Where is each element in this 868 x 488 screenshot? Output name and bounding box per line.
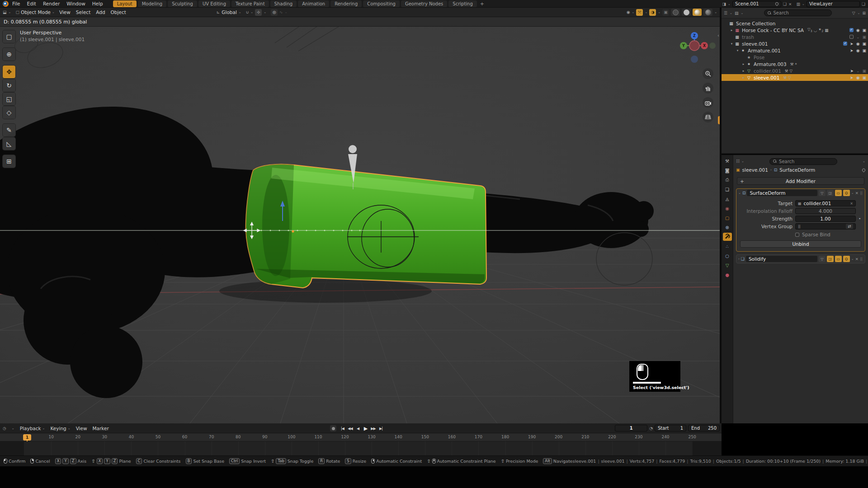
chevron-down-icon[interactable]: ⌄ (802, 2, 805, 6)
on-cage-toggle-icon[interactable]: ▽ (819, 190, 826, 196)
properties-tab-object-data[interactable]: ▽ (723, 261, 732, 269)
invert-vertex-group-icon[interactable]: ⇄ (846, 224, 853, 229)
outliner-editor-icon[interactable]: ☰ (724, 11, 727, 15)
chevron-down-icon[interactable]: ⌄ (741, 160, 744, 163)
timeline-menu-view[interactable]: View (76, 426, 87, 431)
annotate-tool[interactable]: ✎ (3, 124, 15, 136)
eye-closed-icon[interactable]: ⌄ (856, 35, 860, 39)
chevron-down-icon[interactable]: ⌄ (12, 427, 14, 430)
timeline-menu-playback[interactable]: Playback⌄ (20, 426, 45, 431)
workspace-tab-uv-editing[interactable]: UV Editing (198, 0, 230, 7)
add-workspace-button[interactable]: + (480, 1, 484, 7)
shading-wireframe-icon[interactable] (671, 9, 680, 16)
close-icon[interactable]: × (788, 2, 792, 6)
outliner-row-collider-001[interactable]: ▸▽collider.001⚒▽➤⌄▣ (722, 67, 868, 74)
new-collection-icon[interactable]: ⊞ (862, 11, 866, 15)
selectable-icon[interactable]: ➤ (850, 75, 854, 80)
menu-edit[interactable]: Edit (27, 1, 36, 6)
chevron-down-icon[interactable]: ⌄ (632, 10, 635, 14)
unbind-button[interactable]: Unbind (740, 240, 861, 248)
viewport-menu-view[interactable]: View (59, 9, 71, 15)
shading-solid-icon[interactable] (682, 9, 691, 16)
drag-handle-icon[interactable]: ⣿ (860, 191, 863, 195)
properties-tab-view-layer[interactable]: ❏ (723, 185, 732, 193)
menu-window[interactable]: Window (66, 1, 85, 6)
outliner-row-sleeve-001[interactable]: ▸▽sleeve.001⚒▽➤◉▣ (722, 74, 868, 81)
edit-mode-toggle-icon[interactable]: ◲ (827, 256, 834, 262)
selectable-icon[interactable]: ➤ (850, 48, 854, 53)
eye-icon[interactable]: ◉ (856, 48, 860, 53)
jump-to-end-icon[interactable]: ▶| (377, 425, 384, 432)
add-modifier-button[interactable]: + Add Modifier (737, 177, 864, 185)
expand-icon[interactable]: ⌄ (738, 191, 741, 195)
properties-tab-particles[interactable]: ∴ (723, 242, 732, 250)
timeline-menu-marker[interactable]: Marker (93, 426, 109, 431)
falloff-curve-icon[interactable]: ∿ (279, 10, 283, 14)
outliner-row-trash[interactable]: ▦trash⌄▣ (722, 33, 868, 40)
expander-closed-icon[interactable]: ▸ (741, 62, 746, 66)
timeline-editor-icon[interactable]: ◷ (3, 426, 6, 431)
properties-tab-scene[interactable]: ◬ (723, 195, 732, 203)
outliner-row-scene-collection[interactable]: ▦Scene Collection (722, 20, 868, 27)
properties-tab-object[interactable]: ▢ (723, 214, 732, 222)
chevron-down-icon[interactable]: ⌄ (730, 11, 732, 15)
navigation-gizmo[interactable]: Z Y X (678, 31, 716, 65)
render-toggle-icon[interactable]: ⏣ (843, 256, 850, 262)
properties-tab-tool[interactable]: ⚒ (723, 157, 732, 165)
expander-open-icon[interactable]: ▾ (729, 42, 734, 46)
properties-tab-material[interactable]: ● (723, 271, 732, 279)
selectable-icon[interactable]: ➤ (850, 69, 854, 73)
properties-tab-world[interactable]: ◉ (723, 204, 732, 212)
sidebar-expand-icon[interactable]: ‹ (717, 33, 719, 38)
camera-icon[interactable]: ▣ (862, 42, 866, 46)
outliner-row-armature-003[interactable]: ▸✶Armature.003⚒⌖ (722, 61, 868, 67)
workspace-tab-shading[interactable]: Shading (270, 0, 297, 7)
chevron-down-icon[interactable]: ⌄ (264, 10, 266, 14)
workspace-tab-rendering[interactable]: Rendering (330, 0, 362, 7)
timeline-track[interactable] (0, 441, 722, 455)
edit-mode-toggle-icon[interactable]: ◲ (827, 190, 834, 196)
expand-icon[interactable]: › (738, 257, 740, 261)
chevron-down-icon[interactable]: ⌄ (658, 10, 660, 14)
checkbox-icon[interactable]: ✓ (843, 42, 847, 46)
prev-keyframe-icon[interactable]: ◀◀ (347, 425, 354, 432)
modifier-name-field[interactable]: Solidify (746, 256, 817, 262)
chevron-down-icon[interactable]: ⌄ (728, 2, 731, 6)
eye-closed-icon[interactable]: ⌄ (856, 69, 860, 73)
workspace-tab-compositing[interactable]: Compositing (363, 0, 400, 7)
shading-material-icon[interactable] (693, 9, 702, 16)
breadcrumb-object[interactable]: sleeve.001 (742, 167, 768, 173)
camera-icon[interactable]: ▣ (862, 28, 866, 33)
blender-logo-icon[interactable] (3, 1, 9, 7)
eye-icon[interactable]: ◉ (856, 28, 860, 33)
overlays-toggle-icon[interactable]: ◑ (649, 9, 656, 16)
timeline-menu-keying[interactable]: Keying⌄ (50, 426, 70, 431)
realtime-toggle-icon[interactable]: ▭ (835, 190, 842, 196)
viewlayer-selector[interactable]: ViewLayer (807, 1, 860, 7)
close-icon[interactable]: × (855, 191, 859, 195)
scene-selector[interactable]: Scene.001 (732, 1, 781, 7)
menu-help[interactable]: Help (92, 1, 103, 6)
prev-frame-icon[interactable]: ◀ (354, 425, 361, 432)
camera-icon[interactable]: ▣ (862, 69, 866, 73)
menu-file[interactable]: File (12, 1, 20, 6)
drag-handle-icon[interactable]: ⣿ (860, 257, 863, 261)
pin-icon[interactable] (862, 168, 866, 172)
breadcrumb-modifier[interactable]: SurfaceDeform (779, 167, 815, 173)
camera-view-icon[interactable] (703, 97, 713, 108)
transform-tool[interactable]: ◇ (3, 106, 15, 119)
viewport-menu-select[interactable]: Select (76, 9, 90, 15)
proportional-editing-icon[interactable]: ◎ (271, 9, 278, 16)
render-toggle-icon[interactable]: ⏣ (843, 190, 850, 196)
pin-icon[interactable] (774, 2, 779, 6)
scale-tool[interactable]: ◱ (3, 93, 15, 105)
strength-field[interactable]: 1.00 (795, 216, 856, 222)
playhead-badge[interactable]: 1 (23, 434, 31, 441)
timeline-ruler[interactable]: 1020304050607080901001101201301401501601… (0, 433, 722, 441)
measure-tool[interactable]: ◺ (3, 137, 15, 150)
current-frame-field[interactable]: 1 (615, 425, 647, 432)
chevron-down-icon[interactable]: ⌄ (863, 160, 865, 163)
close-icon[interactable]: × (855, 257, 859, 261)
visibility-icon[interactable]: ◉ (627, 10, 630, 14)
chevron-down-icon[interactable]: ⌄ (714, 10, 717, 14)
